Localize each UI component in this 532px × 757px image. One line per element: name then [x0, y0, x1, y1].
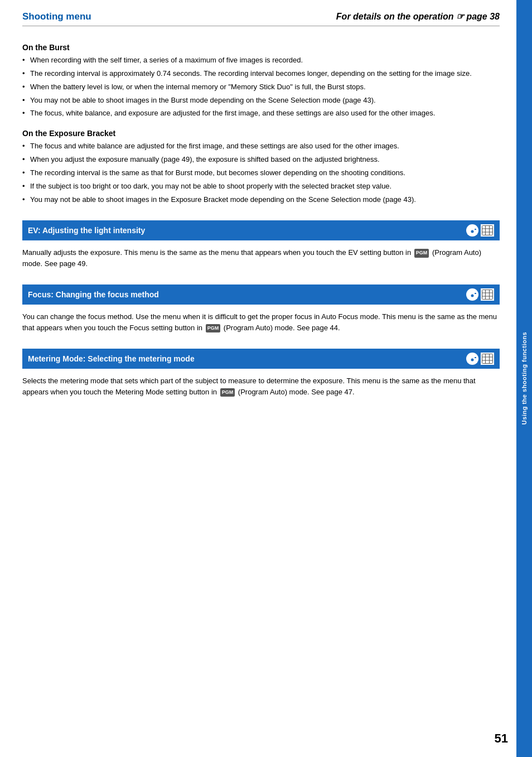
burst-bullet-1: When recording with the self timer, a se… — [22, 55, 500, 66]
focus-section: Focus: Changing the focus method — [22, 285, 500, 333]
burst-bullet-5: The focus, white balance, and exposure a… — [22, 108, 500, 119]
focus-icons — [466, 288, 494, 301]
svg-point-23 — [471, 359, 474, 361]
metering-section: Metering Mode: Selecting the metering mo… — [22, 349, 500, 397]
header-left-title: Shooting menu — [22, 11, 91, 22]
metering-section-header: Metering Mode: Selecting the metering mo… — [22, 349, 500, 369]
burst-bullet-4: You may not be able to shoot images in t… — [22, 95, 500, 106]
ev-section: EV: Adjusting the light intensity — [22, 220, 500, 269]
burst-bullet-2: The recording interval is approximately … — [22, 69, 500, 79]
svg-rect-25 — [482, 354, 493, 364]
burst-heading: On the Burst — [22, 43, 500, 52]
focus-section-title: Focus: Changing the focus method — [28, 290, 159, 299]
pgm-icon-ev: PGM — [414, 249, 429, 258]
exp-bracket-bullet-1: The focus and white balance are adjusted… — [22, 141, 500, 152]
side-tab-label: Using the shooting functions — [521, 332, 528, 425]
svg-rect-1 — [470, 226, 475, 229]
focus-body: You can change the focus method. Use the… — [22, 311, 500, 333]
svg-point-13 — [471, 295, 474, 297]
svg-rect-14 — [475, 293, 476, 294]
svg-rect-4 — [475, 229, 476, 230]
svg-rect-21 — [470, 354, 475, 357]
camera-icon — [466, 224, 478, 237]
exposure-bracket-bullets: The focus and white balance are adjusted… — [22, 141, 500, 205]
metering-icons — [466, 353, 494, 365]
ev-icons — [466, 224, 494, 237]
grid-icon-focus — [481, 288, 494, 301]
exposure-bracket-section: On the Exposure Bracket The focus and wh… — [22, 129, 500, 205]
svg-rect-5 — [482, 226, 493, 235]
pgm-icon-metering: PGM — [220, 388, 235, 397]
exp-bracket-bullet-2: When you adjust the exposure manually (p… — [22, 155, 500, 165]
page-header: Shooting menu For details on the operati… — [22, 11, 500, 26]
svg-rect-15 — [482, 290, 493, 300]
page-number: 51 — [495, 731, 508, 746]
svg-rect-24 — [475, 357, 476, 358]
ev-body: Manually adjusts the exposure. This menu… — [22, 247, 500, 269]
burst-bullet-3: When the battery level is low, or when t… — [22, 82, 500, 93]
grid-icon-metering — [481, 353, 494, 365]
metering-section-title: Metering Mode: Selecting the metering mo… — [28, 354, 195, 363]
ev-section-header: EV: Adjusting the light intensity — [22, 220, 500, 240]
ev-section-title: EV: Adjusting the light intensity — [28, 226, 145, 235]
pgm-icon-focus: PGM — [206, 324, 221, 333]
exp-bracket-bullet-4: If the subject is too bright or too dark… — [22, 181, 500, 192]
exposure-bracket-heading: On the Exposure Bracket — [22, 129, 500, 138]
burst-bullets: When recording with the self timer, a se… — [22, 55, 500, 119]
exp-bracket-bullet-5: You may not be able to shoot images in t… — [22, 195, 500, 205]
metering-body: Selects the metering mode that sets whic… — [22, 375, 500, 397]
camera-icon-metering — [466, 353, 478, 365]
burst-section: On the Burst When recording with the sel… — [22, 43, 500, 119]
exp-bracket-bullet-3: The recording interval is the same as th… — [22, 168, 500, 179]
svg-point-3 — [471, 230, 474, 233]
header-right-ref: For details on the operation ☞ page 38 — [336, 11, 500, 22]
focus-section-header: Focus: Changing the focus method — [22, 285, 500, 305]
grid-icon — [481, 224, 494, 237]
side-tab: Using the shooting functions — [516, 0, 532, 757]
svg-rect-11 — [470, 290, 475, 293]
camera-icon-focus — [466, 288, 478, 301]
